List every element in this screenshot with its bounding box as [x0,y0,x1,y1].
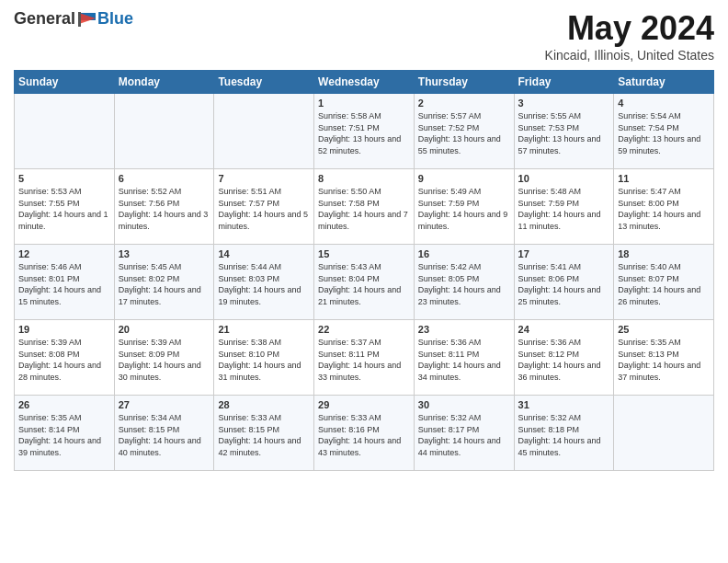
day-number: 7 [218,173,310,184]
table-row: 24Sunrise: 5:36 AMSunset: 8:12 PMDayligh… [514,320,614,396]
table-row [214,94,314,169]
day-number: 27 [119,399,210,410]
day-number: 3 [518,98,610,109]
page-container: General Blue May 2024 Kincaid, Illinois,… [0,0,728,480]
logo-flag-icon [77,11,97,28]
day-info: Sunrise: 5:34 AMSunset: 8:15 PMDaylight:… [119,412,210,458]
header-wednesday: Wednesday [314,71,415,94]
day-info: Sunrise: 5:58 AMSunset: 7:51 PMDaylight:… [318,110,410,156]
header-monday: Monday [114,71,214,94]
day-info: Sunrise: 5:47 AMSunset: 8:00 PMDaylight:… [618,186,710,232]
day-number: 5 [18,173,110,184]
day-number: 30 [418,399,510,410]
table-row [114,94,214,169]
day-info: Sunrise: 5:49 AMSunset: 7:59 PMDaylight:… [418,186,510,232]
day-number: 8 [318,173,410,184]
table-row: 30Sunrise: 5:32 AMSunset: 8:17 PMDayligh… [414,396,514,471]
day-info: Sunrise: 5:44 AMSunset: 8:03 PMDaylight:… [218,261,310,307]
day-number: 25 [618,324,710,335]
day-number: 15 [318,248,410,259]
day-info: Sunrise: 5:52 AMSunset: 7:56 PMDaylight:… [119,186,210,232]
day-info: Sunrise: 5:41 AMSunset: 8:06 PMDaylight:… [518,261,610,307]
day-number: 9 [418,173,510,184]
calendar-table: Sunday Monday Tuesday Wednesday Thursday… [14,70,714,471]
table-row: 29Sunrise: 5:33 AMSunset: 8:16 PMDayligh… [314,396,415,471]
header-saturday: Saturday [614,71,714,94]
day-info: Sunrise: 5:57 AMSunset: 7:52 PMDaylight:… [418,110,510,156]
logo-blue-text: Blue [97,9,133,29]
table-row: 19Sunrise: 5:39 AMSunset: 8:08 PMDayligh… [15,320,115,396]
day-number: 18 [618,248,710,259]
table-row: 22Sunrise: 5:37 AMSunset: 8:11 PMDayligh… [314,320,415,396]
svg-rect-2 [78,12,81,27]
day-info: Sunrise: 5:53 AMSunset: 7:55 PMDaylight:… [18,186,110,232]
table-row: 5Sunrise: 5:53 AMSunset: 7:55 PMDaylight… [15,169,115,245]
table-row: 13Sunrise: 5:45 AMSunset: 8:02 PMDayligh… [114,245,214,320]
location-text: Kincaid, Illinois, United States [545,48,714,63]
table-row [15,94,115,169]
calendar-week-row: 1Sunrise: 5:58 AMSunset: 7:51 PMDaylight… [15,94,714,169]
table-row: 16Sunrise: 5:42 AMSunset: 8:05 PMDayligh… [414,245,514,320]
day-number: 10 [518,173,610,184]
day-number: 26 [18,399,110,410]
day-info: Sunrise: 5:42 AMSunset: 8:05 PMDaylight:… [418,261,510,307]
table-row: 7Sunrise: 5:51 AMSunset: 7:57 PMDaylight… [214,169,314,245]
table-row: 21Sunrise: 5:38 AMSunset: 8:10 PMDayligh… [214,320,314,396]
table-row: 14Sunrise: 5:44 AMSunset: 8:03 PMDayligh… [214,245,314,320]
day-number: 28 [218,399,310,410]
day-info: Sunrise: 5:35 AMSunset: 8:14 PMDaylight:… [18,412,110,458]
day-info: Sunrise: 5:33 AMSunset: 8:16 PMDaylight:… [318,412,410,458]
day-info: Sunrise: 5:32 AMSunset: 8:18 PMDaylight:… [518,412,610,458]
day-info: Sunrise: 5:50 AMSunset: 7:58 PMDaylight:… [318,186,410,232]
header-sunday: Sunday [15,71,115,94]
table-row: 17Sunrise: 5:41 AMSunset: 8:06 PMDayligh… [514,245,614,320]
logo: General Blue [14,9,133,29]
day-info: Sunrise: 5:36 AMSunset: 8:12 PMDaylight:… [518,337,610,383]
day-number: 11 [618,173,710,184]
table-row: 2Sunrise: 5:57 AMSunset: 7:52 PMDaylight… [414,94,514,169]
table-row: 26Sunrise: 5:35 AMSunset: 8:14 PMDayligh… [15,396,115,471]
table-row: 27Sunrise: 5:34 AMSunset: 8:15 PMDayligh… [114,396,214,471]
table-row: 28Sunrise: 5:33 AMSunset: 8:15 PMDayligh… [214,396,314,471]
table-row: 1Sunrise: 5:58 AMSunset: 7:51 PMDaylight… [314,94,415,169]
calendar-week-row: 5Sunrise: 5:53 AMSunset: 7:55 PMDaylight… [15,169,714,245]
header: General Blue May 2024 Kincaid, Illinois,… [14,9,714,63]
month-title: May 2024 [545,9,714,48]
day-number: 19 [18,324,110,335]
day-info: Sunrise: 5:55 AMSunset: 7:53 PMDaylight:… [518,110,610,156]
day-info: Sunrise: 5:36 AMSunset: 8:11 PMDaylight:… [418,337,510,383]
table-row: 10Sunrise: 5:48 AMSunset: 7:59 PMDayligh… [514,169,614,245]
day-info: Sunrise: 5:51 AMSunset: 7:57 PMDaylight:… [218,186,310,232]
table-row: 25Sunrise: 5:35 AMSunset: 8:13 PMDayligh… [614,320,714,396]
day-number: 6 [119,173,210,184]
table-row: 20Sunrise: 5:39 AMSunset: 8:09 PMDayligh… [114,320,214,396]
weekday-header-row: Sunday Monday Tuesday Wednesday Thursday… [15,71,714,94]
day-info: Sunrise: 5:39 AMSunset: 8:09 PMDaylight:… [119,337,210,383]
calendar-week-row: 26Sunrise: 5:35 AMSunset: 8:14 PMDayligh… [15,396,714,471]
day-number: 13 [119,248,210,259]
logo-general-text: General [14,9,75,29]
header-friday: Friday [514,71,614,94]
day-number: 12 [18,248,110,259]
day-info: Sunrise: 5:38 AMSunset: 8:10 PMDaylight:… [218,337,310,383]
day-info: Sunrise: 5:45 AMSunset: 8:02 PMDaylight:… [119,261,210,307]
day-info: Sunrise: 5:39 AMSunset: 8:08 PMDaylight:… [18,337,110,383]
table-row: 15Sunrise: 5:43 AMSunset: 8:04 PMDayligh… [314,245,415,320]
day-number: 24 [518,324,610,335]
day-number: 16 [418,248,510,259]
table-row: 11Sunrise: 5:47 AMSunset: 8:00 PMDayligh… [614,169,714,245]
header-thursday: Thursday [414,71,514,94]
calendar-week-row: 12Sunrise: 5:46 AMSunset: 8:01 PMDayligh… [15,245,714,320]
day-number: 23 [418,324,510,335]
table-row: 8Sunrise: 5:50 AMSunset: 7:58 PMDaylight… [314,169,415,245]
table-row: 23Sunrise: 5:36 AMSunset: 8:11 PMDayligh… [414,320,514,396]
day-info: Sunrise: 5:40 AMSunset: 8:07 PMDaylight:… [618,261,710,307]
day-number: 4 [618,98,710,109]
table-row [614,396,714,471]
calendar-week-row: 19Sunrise: 5:39 AMSunset: 8:08 PMDayligh… [15,320,714,396]
day-number: 31 [518,399,610,410]
day-number: 20 [119,324,210,335]
day-number: 21 [218,324,310,335]
table-row: 6Sunrise: 5:52 AMSunset: 7:56 PMDaylight… [114,169,214,245]
day-info: Sunrise: 5:37 AMSunset: 8:11 PMDaylight:… [318,337,410,383]
